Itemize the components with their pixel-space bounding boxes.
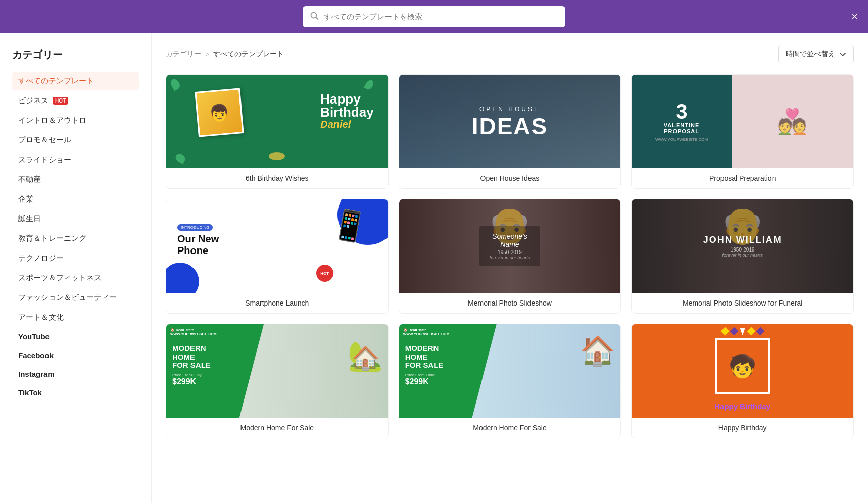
template-label: Smartphone Launch (166, 293, 388, 313)
header: × (0, 0, 868, 33)
sidebar-item-youtube[interactable]: YouTube (12, 328, 139, 345)
sidebar-item-business[interactable]: ビジネスHOT (12, 91, 139, 110)
template-thumbnail: 👴 JOHN WILLIAM 1950-2019 forever in our … (632, 199, 853, 293)
template-card-realestate-2[interactable]: 🏠 RealEstateWWW.YOURWEBSITE.COM MODERNHO… (399, 324, 621, 438)
template-card-memorial[interactable]: 👴 Someone's Name 1950-2019 forever in ou… (399, 199, 621, 314)
sidebar-item-fashion[interactable]: ファッション＆ビューティー (12, 288, 139, 307)
template-card-proposal[interactable]: 3 VALENTINE PROPOSAL WWW.YOURWEBSITE.COM… (631, 74, 854, 189)
template-label: Happy Birthday (632, 418, 853, 438)
sidebar-item-art[interactable]: アート＆文化 (12, 308, 139, 327)
template-thumbnail: 👴 Someone's Name 1950-2019 forever in ou… (399, 199, 621, 293)
svg-line-1 (316, 17, 318, 19)
sort-button[interactable]: 時間で並べ替え (778, 45, 854, 63)
sidebar-item-realestate[interactable]: 不動産 (12, 170, 139, 189)
hot-badge: HOT (53, 97, 68, 105)
template-card-open-house[interactable]: OPEN HOUSE IDEAS Open House Ideas (399, 74, 621, 189)
close-button[interactable]: × (851, 11, 858, 22)
template-card-smartphone[interactable]: INTRODUCING Our NewPhone 📱 HOT Smartphon… (166, 199, 389, 314)
breadcrumb: カテゴリー > すべてのテンプレート (166, 49, 284, 59)
template-card-memorial-funeral[interactable]: 👴 JOHN WILLIAM 1950-2019 forever in our … (631, 199, 854, 314)
breadcrumb-separator: > (205, 50, 209, 58)
template-label: Open House Ideas (399, 168, 621, 188)
sidebar-item-sports[interactable]: スポーツ＆フィットネス (12, 269, 139, 287)
search-bar[interactable] (303, 6, 565, 27)
search-icon (310, 11, 319, 22)
template-thumbnail: 👦 Happy Birthday Daniel (166, 75, 388, 168)
sidebar: カテゴリー すべてのテンプレートビジネスHOTイントロ＆アウトロプロモ＆セールス… (0, 33, 152, 503)
sidebar-item-instagram[interactable]: Instagram (12, 365, 139, 383)
template-grid: 👦 Happy Birthday Daniel 6th Birthday Wis… (166, 74, 854, 438)
search-input[interactable] (324, 12, 558, 21)
template-label: 6th Birthday Wishes (166, 168, 388, 188)
sidebar-item-promo[interactable]: プロモ＆セール (12, 131, 139, 149)
svg-point-0 (311, 12, 317, 18)
breadcrumb-category: カテゴリー (166, 49, 201, 59)
sidebar-title: カテゴリー (12, 48, 139, 62)
template-label: Modern Home For Sale (399, 418, 621, 438)
sidebar-item-intro[interactable]: イントロ＆アウトロ (12, 111, 139, 130)
sort-label: 時間で並べ替え (786, 49, 835, 59)
template-label: Memorial Photo Slideshow (399, 293, 621, 313)
sidebar-item-technology[interactable]: テクノロジー (12, 249, 139, 268)
breadcrumb-current: すべてのテンプレート (213, 49, 284, 59)
template-card-birthday-6th[interactable]: 👦 Happy Birthday Daniel 6th Birthday Wis… (166, 74, 389, 189)
template-thumbnail: 3 VALENTINE PROPOSAL WWW.YOURWEBSITE.COM… (632, 75, 853, 168)
template-label: Modern Home For Sale (166, 418, 388, 438)
template-thumbnail: OPEN HOUSE IDEAS (399, 75, 621, 168)
template-thumbnail: 🏠 RealEstateWWW.YOURWEBSITE.COM MODERNHO… (166, 324, 388, 418)
content-area: カテゴリー > すべてのテンプレート 時間で並べ替え 👦 (152, 33, 868, 503)
template-thumbnail: 🧒 Happy Birthday (632, 324, 853, 418)
template-card-birthday-orange[interactable]: 🧒 Happy Birthday Happy Birthday (631, 324, 854, 438)
sidebar-item-tiktok[interactable]: TikTok (12, 384, 139, 401)
main-container: カテゴリー すべてのテンプレートビジネスHOTイントロ＆アウトロプロモ＆セールス… (0, 33, 868, 503)
sidebar-item-slideshow[interactable]: スライドショー (12, 150, 139, 169)
sidebar-item-birthday[interactable]: 誕生日 (12, 210, 139, 228)
sidebar-item-facebook[interactable]: Facebook (12, 346, 139, 364)
chevron-down-icon (839, 51, 846, 58)
template-thumbnail: 🏠 RealEstateWWW.YOURWEBSITE.COM MODERNHO… (399, 324, 621, 418)
template-card-realestate-1[interactable]: 🏠 RealEstateWWW.YOURWEBSITE.COM MODERNHO… (166, 324, 389, 438)
template-label: Proposal Preparation (632, 168, 853, 188)
template-label: Memorial Photo Slideshow for Funeral (632, 293, 853, 313)
template-thumbnail: INTRODUCING Our NewPhone 📱 HOT (166, 199, 388, 293)
sidebar-item-education[interactable]: 教育＆トレーニング (12, 229, 139, 248)
sidebar-item-corporate[interactable]: 企業 (12, 190, 139, 209)
sidebar-item-all[interactable]: すべてのテンプレート (12, 72, 139, 90)
content-header: カテゴリー > すべてのテンプレート 時間で並べ替え (166, 45, 854, 63)
